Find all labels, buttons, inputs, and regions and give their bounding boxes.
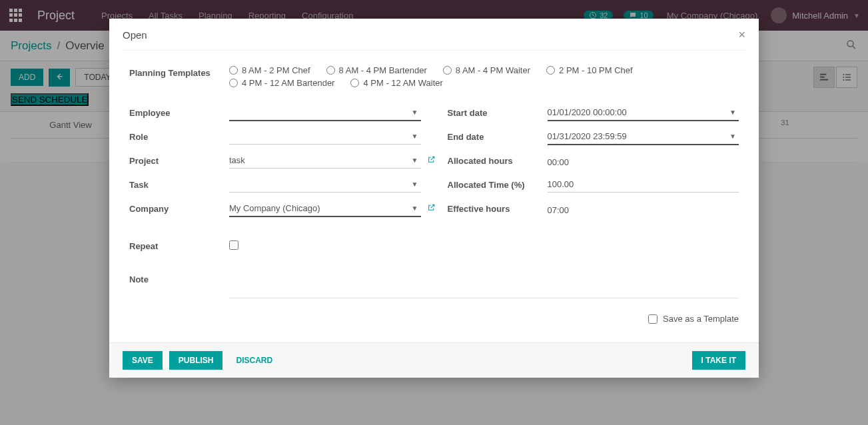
save-template-label[interactable]: Save as a Template xyxy=(663,314,739,324)
company-input[interactable] xyxy=(229,201,421,217)
discard-button[interactable]: DISCARD xyxy=(229,351,279,370)
template-radio[interactable] xyxy=(546,66,555,75)
allocated-time-input[interactable] xyxy=(548,177,739,193)
repeat-section: Repeat xyxy=(129,237,739,261)
planning-templates-row: Planning Templates 8 AM - 2 PM Chef 8 AM… xyxy=(129,65,739,88)
template-option[interactable]: 8 AM - 2 PM Chef xyxy=(229,65,310,75)
end-date-input[interactable] xyxy=(548,129,739,145)
start-date-input[interactable] xyxy=(548,105,739,121)
allocated-hours-label: Allocated hours xyxy=(448,156,548,166)
role-row: Role ▼ xyxy=(129,128,421,145)
save-template-row: Save as a Template xyxy=(129,306,739,336)
modal-body: Planning Templates 8 AM - 2 PM Chef 8 AM… xyxy=(109,51,759,342)
open-modal: Open × Planning Templates 8 AM - 2 PM Ch… xyxy=(109,19,759,378)
note-row: Note xyxy=(129,272,739,300)
repeat-row: Repeat xyxy=(129,237,421,254)
effective-hours-label: Effective hours xyxy=(448,204,548,214)
effective-hours-row: Effective hours 07:00 xyxy=(448,200,739,217)
template-radio[interactable] xyxy=(443,66,452,75)
modal-header: Open × xyxy=(109,19,759,50)
publish-button[interactable]: PUBLISH xyxy=(169,351,223,370)
role-input[interactable] xyxy=(229,129,421,145)
template-option[interactable]: 4 PM - 12 AM Waiter xyxy=(350,78,442,88)
repeat-checkbox[interactable] xyxy=(229,240,238,250)
allocated-hours-row: Allocated hours 00:00 xyxy=(448,152,739,169)
right-column: Start date ▼ End date ▼ xyxy=(448,104,739,224)
allocated-hours-value: 00:00 xyxy=(548,155,739,167)
left-column: Employee ▼ Role ▼ Proj xyxy=(129,104,421,224)
template-radio-list: 8 AM - 2 PM Chef 8 AM - 4 PM Bartender 8… xyxy=(229,65,739,88)
task-input[interactable] xyxy=(229,177,421,193)
template-radio[interactable] xyxy=(229,66,238,75)
employee-input[interactable] xyxy=(229,105,421,121)
save-button[interactable]: SAVE xyxy=(123,351,163,370)
template-option[interactable]: 8 AM - 4 PM Bartender xyxy=(326,65,427,75)
external-link-icon[interactable] xyxy=(427,155,436,166)
template-option-label: 4 PM - 12 AM Bartender xyxy=(242,78,334,88)
modal-footer: SAVE PUBLISH DISCARD I TAKE IT xyxy=(109,342,759,378)
company-row: Company ▼ xyxy=(129,200,421,217)
template-radio[interactable] xyxy=(350,79,359,87)
template-radio[interactable] xyxy=(326,66,335,75)
end-date-row: End date ▼ xyxy=(448,128,739,145)
project-row: Project ▼ xyxy=(129,152,421,169)
note-textarea[interactable] xyxy=(229,272,739,298)
template-option[interactable]: 4 PM - 12 AM Bartender xyxy=(229,78,334,88)
role-label: Role xyxy=(129,132,229,142)
template-option-label: 2 PM - 10 PM Chef xyxy=(559,65,633,75)
template-option-label: 8 AM - 2 PM Chef xyxy=(242,65,310,75)
close-icon[interactable]: × xyxy=(738,28,745,42)
template-option-label: 8 AM - 4 PM Bartender xyxy=(339,65,427,75)
template-option-label: 4 PM - 12 AM Waiter xyxy=(363,78,442,88)
start-date-row: Start date ▼ xyxy=(448,104,739,121)
effective-hours-value: 07:00 xyxy=(548,203,739,215)
modal-overlay: Open × Planning Templates 8 AM - 2 PM Ch… xyxy=(0,0,868,425)
template-option[interactable]: 2 PM - 10 PM Chef xyxy=(546,65,633,75)
task-row: Task ▼ xyxy=(129,176,421,193)
employee-row: Employee ▼ xyxy=(129,104,421,121)
project-input[interactable] xyxy=(229,153,421,169)
template-radio[interactable] xyxy=(229,79,238,87)
template-option-label: 8 AM - 4 PM Waiter xyxy=(456,65,530,75)
modal-title: Open xyxy=(123,29,147,41)
end-date-label: End date xyxy=(448,132,548,142)
save-template-checkbox[interactable] xyxy=(648,314,657,324)
external-link-icon[interactable] xyxy=(427,203,436,214)
take-it-button[interactable]: I TAKE IT xyxy=(692,351,745,370)
planning-templates-label: Planning Templates xyxy=(129,65,229,78)
project-label: Project xyxy=(129,156,229,166)
start-date-label: Start date xyxy=(448,108,548,118)
task-label: Task xyxy=(129,180,229,190)
template-option[interactable]: 8 AM - 4 PM Waiter xyxy=(443,65,530,75)
form-columns: Employee ▼ Role ▼ Proj xyxy=(129,104,739,224)
allocated-time-row: Allocated Time (%) xyxy=(448,176,739,193)
employee-label: Employee xyxy=(129,108,229,118)
repeat-label: Repeat xyxy=(129,241,229,251)
note-label: Note xyxy=(129,272,229,284)
company-label: Company xyxy=(129,204,229,214)
allocated-time-label: Allocated Time (%) xyxy=(448,180,548,190)
